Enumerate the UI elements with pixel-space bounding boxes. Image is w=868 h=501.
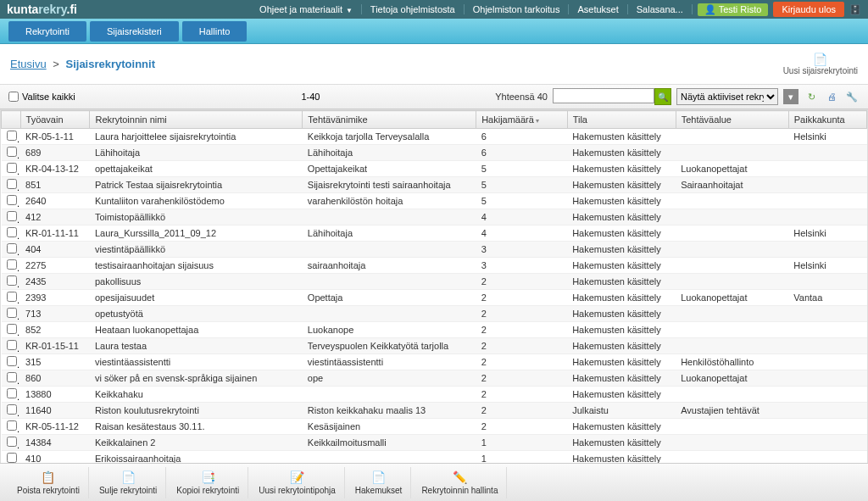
column-tila[interactable]: Tila [567, 111, 676, 129]
table-row[interactable]: 860 vi söker på en svensk-språkiga sijai… [2, 370, 867, 387]
row-checkbox[interactable] [7, 179, 17, 189]
table-row[interactable]: 2393 opesijaisuudet Opettaja 2 Hakemuste… [2, 290, 867, 306]
header-link-tarkoitus[interactable]: Ohjelmiston tarkoitus [465, 4, 570, 14]
table-row[interactable]: KR-05-11-12 Raisan kesätestaus 30.11. Ke… [2, 419, 867, 435]
cell-paikka [788, 338, 866, 354]
column-checkbox[interactable] [2, 111, 21, 129]
row-checkbox[interactable] [7, 195, 17, 205]
cell-paikka [788, 306, 866, 322]
row-checkbox[interactable] [7, 308, 17, 318]
table-row[interactable]: 404 viestintäpäällikkö 3 Hakemusten käsi… [2, 242, 867, 258]
cell-tehtava: Terveyspuolen Keikkatyötä tarjolla [303, 338, 476, 354]
cell-tehtava: Opettaja [303, 290, 476, 306]
applications-icon: 📄 [371, 470, 386, 484]
search-input[interactable] [553, 88, 654, 103]
table-row[interactable]: 14384 Keikkalainen 2 Keikkailmoitusmalli… [2, 435, 867, 451]
row-checkbox[interactable] [7, 420, 17, 431]
cell-tehtava [303, 274, 476, 290]
new-recruitment-button[interactable]: 📄 Uusi sijaisrekrytointi [783, 53, 858, 75]
cell-tyoavain: 2640 [20, 193, 90, 209]
refresh-icon[interactable]: ↻ [804, 89, 819, 104]
table-row[interactable]: 315 viestintäassistentti viestintäassist… [2, 354, 867, 370]
row-checkbox[interactable] [7, 131, 17, 141]
cell-hakija: 2 [476, 290, 568, 306]
header-link-tietoja[interactable]: Tietoja ohjelmistosta [362, 4, 465, 14]
column-tyoavain[interactable]: Työavain [20, 111, 90, 129]
header-link-ohjeet[interactable]: Ohjeet ja materiaalit▼ [251, 4, 362, 14]
breadcrumb: Etusivu > Sijaisrekrytoinnit [10, 58, 155, 70]
column-tehtavanimike[interactable]: Tehtävänimike [303, 111, 476, 129]
row-checkbox[interactable] [7, 243, 17, 253]
manage-recruitment-button[interactable]: ✏️Rekrytoinnin hallinta [413, 467, 507, 498]
row-checkbox[interactable] [7, 276, 17, 286]
toolbar: Valitse kaikki 1-40 Yhteensä 40 🔍 Näytä … [0, 85, 868, 109]
search-button[interactable]: 🔍 [654, 88, 671, 105]
template-icon: 📝 [290, 470, 304, 484]
table-row[interactable]: KR-05-1-11 Laura harjoittelee sijaisrekr… [2, 129, 867, 145]
table-row[interactable]: 2435 pakollisuus 2 Hakemusten käsittely [2, 274, 867, 290]
table-row[interactable]: 412 Toimistopäällikkö 4 Hakemusten käsit… [2, 209, 867, 225]
row-checkbox[interactable] [7, 324, 17, 334]
cell-alue [676, 129, 788, 145]
table-row[interactable]: 11640 Riston koulutusrekrytointi Riston … [2, 403, 867, 419]
copy-recruitment-button[interactable]: 📑Kopioi rekrytointi [168, 467, 248, 498]
edit-icon: ✏️ [453, 470, 467, 484]
cell-hakija: 3 [476, 258, 568, 274]
print-icon[interactable]: 🖨 [824, 89, 839, 104]
tab-hallinto[interactable]: Hallinto [182, 21, 248, 42]
column-paikkakunta[interactable]: Paikkakunta [788, 111, 866, 129]
row-checkbox[interactable] [7, 211, 17, 221]
user-badge[interactable]: 👤 Testi Risto [698, 3, 769, 16]
tab-sijaisrekisteri[interactable]: Sijaisrekisteri [90, 21, 179, 42]
cell-hakija: 5 [476, 161, 568, 177]
row-checkbox[interactable] [7, 227, 17, 237]
header-link-salasana[interactable]: Salasana... [628, 4, 693, 14]
table-row[interactable]: 689 Lähihoitaja Lähihoitaja 6 Hakemusten… [2, 145, 867, 161]
column-tehtavaalue[interactable]: Tehtäväalue [676, 111, 788, 129]
row-checkbox[interactable] [7, 292, 17, 302]
wrench-icon[interactable]: 🔧 [844, 89, 860, 104]
dropdown-square-icon[interactable]: ▾ [783, 89, 798, 104]
cell-tyoavain: 860 [20, 370, 90, 387]
row-checkbox[interactable] [7, 372, 17, 382]
table-row[interactable]: KR-01-15-11 Laura testaa Terveyspuolen K… [2, 338, 867, 354]
row-checkbox[interactable] [7, 259, 17, 270]
cell-alue: Sairaanhoitajat [676, 177, 788, 193]
table-row[interactable]: 851 Patrick Testaa sijaisrekrytointia Si… [2, 177, 867, 193]
column-hakijamaara[interactable]: Hakijamäärä▾ [476, 111, 568, 129]
cell-alue [676, 322, 788, 338]
table-row[interactable]: 852 Heataan luokanopettajaa Luokanope 2 … [2, 322, 867, 338]
row-checkbox[interactable] [7, 388, 17, 398]
table-row[interactable]: 2640 Kuntaliiton varahenkilöstödemo vara… [2, 193, 867, 209]
cart-icon[interactable]: 🗄️ [849, 4, 861, 15]
row-checkbox[interactable] [7, 437, 17, 447]
cell-alue: Luokanopettajat [676, 161, 788, 177]
cell-tyoavain: 852 [20, 322, 90, 338]
delete-recruitment-button[interactable]: 📋Poista rekrytointi [8, 467, 89, 498]
table-row[interactable]: 13880 Keikkahaku 2 Hakemusten käsittely [2, 387, 867, 403]
table-row[interactable]: 2275 testisairaanhoitajan sijaisuus sair… [2, 258, 867, 274]
cell-nimi: Raisan kesätestaus 30.11. [90, 419, 303, 435]
applications-button[interactable]: 📄Hakemukset [347, 467, 412, 498]
close-recruitment-button[interactable]: 📄Sulje rekrytointi [91, 467, 166, 498]
table-row[interactable]: 713 opetustyötä 2 Hakemusten käsittely [2, 306, 867, 322]
row-checkbox[interactable] [7, 356, 17, 366]
table-row[interactable]: KR-04-13-12 opettajakeikat Opettajakeika… [2, 161, 867, 177]
logout-button[interactable]: Kirjaudu ulos [773, 2, 844, 17]
breadcrumb-home[interactable]: Etusivu [10, 58, 47, 70]
cell-hakija: 4 [476, 225, 568, 242]
header-link-asetukset[interactable]: Asetukset [569, 4, 627, 14]
cell-hakija: 4 [476, 209, 568, 225]
cell-tyoavain: 11640 [20, 403, 90, 419]
tab-rekrytointi[interactable]: Rekrytointi [8, 21, 86, 42]
table-row[interactable]: KR-01-11-11 Laura_Kurssilla_2011_09_12 L… [2, 225, 867, 242]
select-all-checkbox[interactable] [8, 92, 19, 102]
filter-select[interactable]: Näytä aktiiviset rekrytoinnit [676, 88, 778, 105]
new-template-button[interactable]: 📝Uusi rekrytointipohja [250, 467, 345, 498]
column-nimi[interactable]: Rekrytoinnin nimi [90, 111, 303, 129]
row-checkbox[interactable] [7, 163, 17, 173]
row-checkbox[interactable] [7, 340, 17, 350]
row-checkbox[interactable] [7, 404, 17, 415]
row-checkbox[interactable] [7, 147, 17, 157]
row-checkbox[interactable] [7, 453, 17, 463]
